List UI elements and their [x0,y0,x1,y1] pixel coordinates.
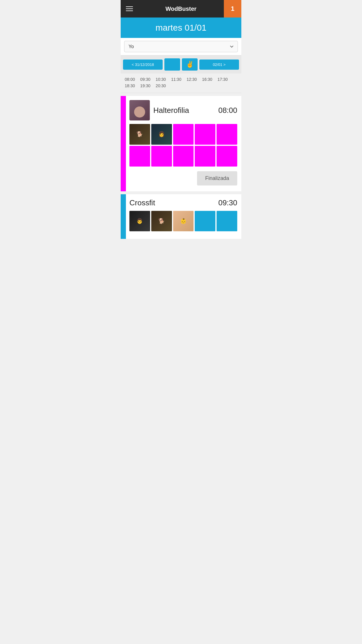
class-name-crossfit: Crossfit [129,198,218,207]
class-time-crossfit: 09:30 [218,198,237,207]
class-header-halterofilia: Halterofilia 08:00 [129,100,237,120]
peace-icon-button[interactable]: ✌️ [182,58,198,71]
time-slots-bar: 08:00 09:30 10:30 11:30 12:30 16:30 17:3… [121,74,241,93]
time-slot-0930[interactable]: 09:30 [140,77,150,82]
current-date: martes 01/01 [155,23,206,32]
hamburger-line-1 [126,6,133,7]
hamburger-line-2 [126,8,133,9]
participant-cell-dog1[interactable]: 🐕 [129,124,150,145]
participant-cell-empty7[interactable] [195,146,215,167]
class-header-crossfit: Crossfit 09:30 [129,198,237,207]
prev-day-button[interactable]: < 31/12/2018 [123,60,163,70]
participant-grid-halterofilia: 🐕 👩 [129,124,237,167]
navigation-bar: < 31/12/2018 ✌️ 02/01 > [121,55,241,74]
finalizada-button[interactable]: Finalizada [197,171,237,186]
user-selector-container: Yo [121,38,241,55]
participant-cell-empty1[interactable] [173,124,194,145]
participant-grid-crossfit: 👨 🐕 👶 [129,211,237,232]
class-name-halterofilia: Halterofilia [153,106,218,115]
classes-list: Halterofilia 08:00 🐕 👩 Finalizada [121,93,241,239]
participant-cell-empty2[interactable] [195,124,215,145]
participant-cell-empty8[interactable] [217,146,237,167]
class-instructor-avatar-halterofilia [129,100,150,120]
participant-cell-empty6[interactable] [173,146,194,167]
time-slots-list: 08:00 09:30 10:30 11:30 12:30 16:30 17:3… [125,77,237,90]
time-slot-1030[interactable]: 10:30 [156,77,166,82]
participant-cell-empty4[interactable] [129,146,150,167]
app-title: WodBuster [138,6,224,12]
app-header: WodBuster 1 [121,0,241,18]
calendar-icon-button[interactable] [164,58,180,71]
time-slot-0800[interactable]: 08:00 [125,77,135,82]
hamburger-line-3 [126,10,133,11]
participant-cell-man1[interactable]: 👨 [129,211,150,232]
participant-cell-empty3[interactable] [217,124,237,145]
time-slot-1930[interactable]: 19:30 [140,83,150,88]
next-day-button[interactable]: 02/01 > [199,60,239,70]
notification-badge[interactable]: 1 [224,0,241,18]
time-slot-1830[interactable]: 18:30 [125,83,135,88]
participant-cell-empty-cyan2[interactable] [217,211,237,232]
participant-cell-woman1[interactable]: 👩 [151,124,172,145]
peace-sign-icon: ✌️ [186,61,194,68]
participant-cell-empty5[interactable] [151,146,172,167]
hamburger-menu-button[interactable] [121,6,138,11]
participant-cell-empty-cyan1[interactable] [195,211,215,232]
time-slot-1730[interactable]: 17:30 [217,77,228,82]
participant-cell-dog2[interactable]: 🐕 [151,211,172,232]
time-slot-1230[interactable]: 12:30 [187,77,197,82]
time-slot-1630[interactable]: 16:30 [202,77,212,82]
class-time-halterofilia: 08:00 [218,106,237,115]
time-slot-1130[interactable]: 11:30 [171,77,181,82]
user-dropdown[interactable]: Yo [124,41,238,52]
time-slot-2030[interactable]: 20:30 [156,83,166,88]
status-row-halterofilia: Finalizada [129,170,237,187]
date-bar: martes 01/01 [121,18,241,38]
class-card-halterofilia: Halterofilia 08:00 🐕 👩 Finalizada [121,96,241,191]
participant-cell-baby1[interactable]: 👶 [173,211,194,232]
class-card-crossfit: Crossfit 09:30 👨 🐕 👶 [121,194,241,239]
